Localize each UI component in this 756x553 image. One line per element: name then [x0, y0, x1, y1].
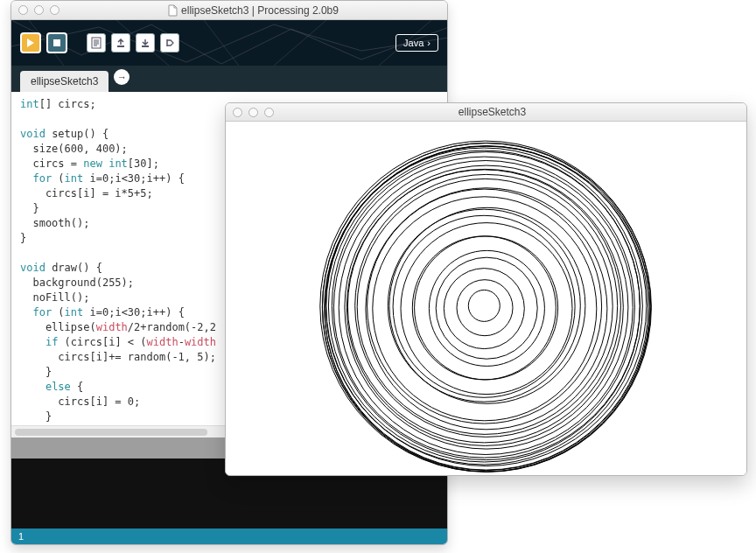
svg-point-18: [357, 178, 612, 434]
svg-point-16: [368, 189, 602, 424]
mode-selector[interactable]: Java ›: [396, 34, 438, 52]
tab-row: ellipseSketch3 →: [11, 66, 447, 92]
close-traffic-light[interactable]: [233, 108, 242, 117]
svg-point-15: [373, 197, 597, 421]
output-titlebar: ellipseSketch3: [226, 103, 746, 122]
export-icon: [164, 38, 175, 48]
svg-point-4: [468, 290, 500, 321]
close-traffic-light[interactable]: [18, 5, 28, 15]
svg-rect-1: [92, 38, 101, 48]
svg-point-7: [436, 257, 537, 359]
tab-menu-button[interactable]: →: [114, 69, 130, 85]
play-icon: [26, 38, 35, 47]
svg-point-23: [339, 161, 633, 455]
new-file-icon: [91, 37, 102, 49]
open-icon: [116, 38, 126, 48]
window-title-text: ellipseSketch3 | Processing 2.0b9: [181, 4, 339, 17]
svg-point-28: [326, 146, 647, 466]
chevron-right-icon: ›: [427, 38, 430, 48]
svg-point-26: [328, 150, 640, 462]
zoom-traffic-light[interactable]: [50, 5, 60, 15]
sketch-canvas: [226, 122, 746, 475]
mode-label: Java: [403, 38, 424, 48]
file-icon: [167, 4, 178, 17]
save-button[interactable]: [136, 33, 155, 52]
arrow-right-icon: →: [117, 72, 127, 82]
window-title: ellipseSketch3 | Processing 2.0b9: [66, 4, 440, 17]
svg-point-12: [393, 215, 575, 397]
svg-rect-0: [53, 39, 60, 46]
save-icon: [140, 38, 150, 48]
ellipse-drawing: [226, 122, 746, 475]
svg-rect-2: [117, 46, 124, 47]
stop-button[interactable]: [46, 32, 67, 53]
svg-point-11: [401, 223, 572, 395]
svg-point-24: [333, 157, 634, 458]
scrollbar-thumb[interactable]: [15, 429, 207, 436]
editor-titlebar: ellipseSketch3 | Processing 2.0b9: [11, 1, 447, 20]
run-button[interactable]: [20, 32, 41, 53]
svg-point-5: [457, 280, 513, 336]
line-number: 1: [18, 531, 24, 542]
minimize-traffic-light[interactable]: [34, 5, 44, 15]
open-button[interactable]: [111, 33, 130, 52]
sketch-output-window: ellipseSketch3: [225, 102, 747, 476]
tab-ellipsesketch3[interactable]: ellipseSketch3: [20, 71, 108, 92]
output-window-title: ellipseSketch3: [245, 106, 739, 118]
stop-icon: [53, 39, 60, 46]
toolbar: Java ›: [11, 20, 447, 66]
status-bar: 1: [11, 528, 447, 544]
new-button[interactable]: [87, 33, 106, 52]
svg-rect-3: [142, 46, 149, 47]
svg-point-27: [326, 148, 642, 465]
export-button[interactable]: [160, 33, 179, 52]
svg-point-17: [366, 188, 607, 430]
